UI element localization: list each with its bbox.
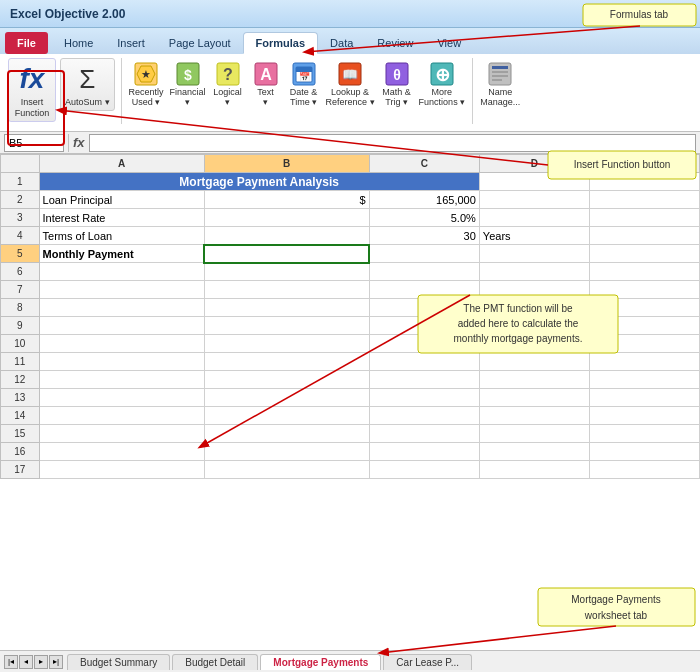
cell-d4[interactable]: Years [479, 227, 589, 245]
row-num-7: 7 [1, 281, 40, 299]
col-header-d[interactable]: D [479, 155, 589, 173]
cell-b4[interactable] [204, 227, 369, 245]
tab-car-lease[interactable]: Car Lease P... [383, 654, 472, 670]
name-manager-label: NameManage... [480, 88, 520, 108]
date-time-button[interactable]: 📅 Date &Time ▾ [285, 58, 323, 110]
row-num-1: 1 [1, 173, 40, 191]
tab-file[interactable]: File [5, 32, 48, 54]
row-num-13: 13 [1, 389, 40, 407]
cell-d3[interactable] [479, 209, 589, 227]
cell-reference-input[interactable]: B5 [4, 134, 64, 152]
tab-mortgage-payments[interactable]: Mortgage Payments [260, 654, 381, 670]
tab-page-layout[interactable]: Page Layout [157, 32, 243, 54]
cell-d5[interactable] [479, 245, 589, 263]
tab-first-button[interactable]: |◂ [4, 655, 18, 669]
cell-c3[interactable]: 5.0% [369, 209, 479, 227]
table-row: 1 Mortgage Payment Analysis [1, 173, 700, 191]
table-row: 4 Terms of Loan 30 Years [1, 227, 700, 245]
ribbon-content: fx InsertFunction Σ AutoSum ▾ ★ Recently… [0, 54, 700, 132]
row-num-10: 10 [1, 335, 40, 353]
col-header-a[interactable]: A [39, 155, 204, 173]
table-row: 9 [1, 317, 700, 335]
formula-input[interactable] [89, 134, 696, 152]
tab-formulas[interactable]: Formulas [243, 32, 319, 54]
svg-rect-35 [538, 588, 695, 626]
cell-a4[interactable]: Terms of Loan [39, 227, 204, 245]
lookup-reference-button[interactable]: 📖 Lookup &Reference ▾ [323, 58, 378, 110]
col-header-c[interactable]: C [369, 155, 479, 173]
recently-used-label: RecentlyUsed ▾ [129, 88, 164, 108]
tab-budget-detail[interactable]: Budget Detail [172, 654, 258, 670]
table-row: 14 [1, 407, 700, 425]
cell-a2[interactable]: Loan Principal [39, 191, 204, 209]
tab-home[interactable]: Home [52, 32, 105, 54]
financial-button[interactable]: $ Financial▾ [167, 58, 209, 110]
insert-fn-label: InsertFunction [15, 97, 50, 119]
lookup-icon: 📖 [336, 60, 364, 88]
cell-a3[interactable]: Interest Rate [39, 209, 204, 227]
svg-rect-20 [492, 66, 508, 69]
math-trig-icon: θ [383, 60, 411, 88]
cell-a5[interactable]: Monthly Payment [39, 245, 204, 263]
cell-c2[interactable]: 165,000 [369, 191, 479, 209]
spreadsheet: A B C D E 1 Mortgage Payment Analysis 2 … [0, 154, 700, 479]
math-trig-button[interactable]: θ Math &Trig ▾ [378, 58, 416, 110]
tab-insert[interactable]: Insert [105, 32, 157, 54]
cell-e2[interactable] [589, 191, 699, 209]
more-functions-button[interactable]: ⊕ MoreFunctions ▾ [416, 58, 469, 110]
svg-text:⊕: ⊕ [434, 65, 449, 85]
cell-e4[interactable] [589, 227, 699, 245]
row-num-9: 9 [1, 317, 40, 335]
tab-review[interactable]: Review [365, 32, 425, 54]
cell-e3[interactable] [589, 209, 699, 227]
text-button[interactable]: A Text▾ [247, 58, 285, 110]
svg-rect-23 [492, 79, 502, 81]
cell-b5[interactable] [204, 245, 369, 263]
cell-e5[interactable] [589, 245, 699, 263]
logical-button[interactable]: ? Logical▾ [209, 58, 247, 110]
table-row: 2 Loan Principal $ 165,000 [1, 191, 700, 209]
cell-a6[interactable] [39, 263, 204, 281]
row-num-6: 6 [1, 263, 40, 281]
insert-function-button[interactable]: fx InsertFunction [8, 58, 56, 122]
cell-b2[interactable]: $ [204, 191, 369, 209]
logical-label: Logical▾ [213, 88, 242, 108]
tab-bar: |◂ ◂ ▸ ▸| Budget Summary Budget Detail M… [0, 650, 700, 672]
tab-next-button[interactable]: ▸ [34, 655, 48, 669]
text-fn-label: Text▾ [257, 88, 274, 108]
tab-data[interactable]: Data [318, 32, 365, 54]
col-header-b[interactable]: B [204, 155, 369, 173]
autosum-label: AutoSum ▾ [65, 97, 110, 108]
tab-view[interactable]: View [425, 32, 473, 54]
svg-text:★: ★ [141, 68, 151, 80]
window-controls: ─ □ ✕ [660, 7, 690, 20]
column-headers: A B C D E [1, 155, 700, 173]
formula-bar-divider [68, 134, 69, 152]
formula-bar: B5 fx [0, 132, 700, 154]
svg-text:Mortgage Payments: Mortgage Payments [571, 594, 661, 605]
cell-d1[interactable] [479, 173, 589, 191]
cell-d2[interactable] [479, 191, 589, 209]
tab-budget-summary[interactable]: Budget Summary [67, 654, 170, 670]
math-trig-label: Math &Trig ▾ [382, 88, 411, 108]
table-row: 15 [1, 425, 700, 443]
table-row: 11 [1, 353, 700, 371]
cell-c4[interactable]: 30 [369, 227, 479, 245]
svg-rect-22 [492, 75, 508, 77]
row-num-4: 4 [1, 227, 40, 245]
recently-used-button[interactable]: ★ RecentlyUsed ▾ [126, 58, 167, 110]
title-bar: Excel Objective 2.00 ─ □ ✕ [0, 0, 700, 28]
row-num-12: 12 [1, 371, 40, 389]
cell-b3[interactable] [204, 209, 369, 227]
col-header-e[interactable]: E [589, 155, 699, 173]
tab-prev-button[interactable]: ◂ [19, 655, 33, 669]
cell-a1[interactable]: Mortgage Payment Analysis [39, 173, 479, 191]
recently-used-icon: ★ [132, 60, 160, 88]
corner-header [1, 155, 40, 173]
cell-e1[interactable] [589, 173, 699, 191]
name-manager-button[interactable]: NameManage... [477, 58, 523, 110]
cell-c5[interactable] [369, 245, 479, 263]
autosum-button[interactable]: Σ AutoSum ▾ [60, 58, 115, 111]
svg-text:$: $ [184, 67, 192, 83]
tab-last-button[interactable]: ▸| [49, 655, 63, 669]
